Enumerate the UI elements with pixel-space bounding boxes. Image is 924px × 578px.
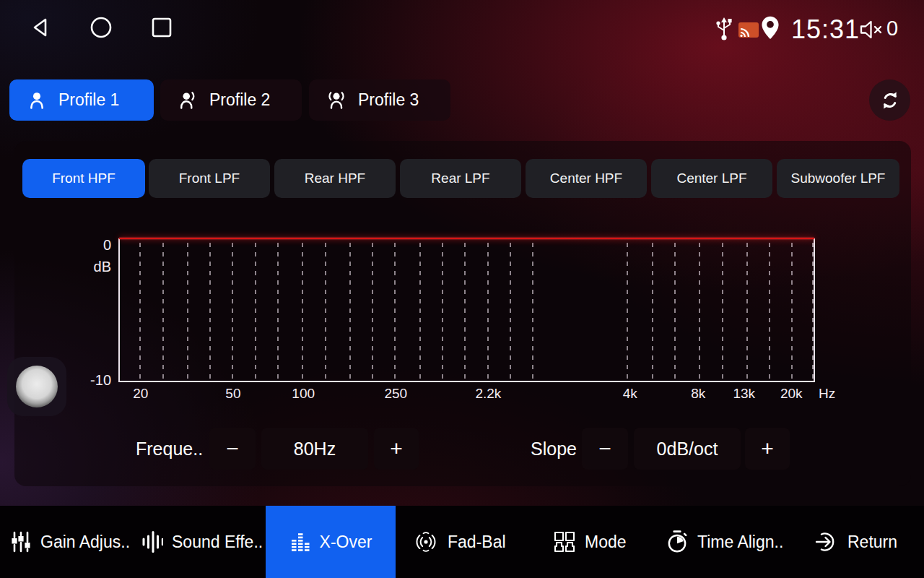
- profile-1-button[interactable]: Profile 1: [9, 79, 154, 121]
- chart-gridline: [532, 243, 533, 380]
- nav-sound-effects[interactable]: Sound Effe..: [141, 506, 263, 578]
- profile-3-button[interactable]: Profile 3: [309, 79, 450, 121]
- person-waves-icon: [326, 90, 346, 111]
- chart-gridline: [464, 243, 466, 380]
- gain-sliders-icon: [10, 530, 32, 553]
- chart-x-tick: 20: [133, 386, 148, 402]
- chart-x-tick: 50: [225, 386, 240, 402]
- tab-rear-lpf[interactable]: Rear LPF: [400, 159, 521, 198]
- frequency-plus-button[interactable]: +: [374, 428, 419, 470]
- chart-gridline: [209, 243, 211, 380]
- chart-gridline: [722, 243, 723, 380]
- chart-gridline: [487, 243, 489, 380]
- nav-return[interactable]: Return: [814, 506, 897, 578]
- minus-icon: −: [226, 436, 239, 461]
- bottom-nav-bar: Gain Adjus.. Sound Effe.. X-Over: [0, 506, 924, 578]
- plus-icon: +: [390, 436, 403, 461]
- chart-gridline: [394, 243, 396, 380]
- nav-label: Mode: [585, 532, 627, 552]
- equalizer-icon: [289, 531, 311, 553]
- minus-icon: −: [598, 436, 611, 461]
- tab-rear-hpf[interactable]: Rear HPF: [274, 159, 396, 198]
- chart-gridline: [255, 243, 256, 380]
- refresh-button[interactable]: [869, 79, 910, 121]
- chart-gridline: [349, 243, 351, 380]
- profile-2-button[interactable]: Profile 2: [160, 79, 302, 121]
- home-icon[interactable]: [88, 14, 114, 40]
- nav-fad-bal[interactable]: Fad-Bal: [413, 506, 506, 578]
- chart-gridline: [232, 243, 233, 380]
- chart-gridline: [277, 243, 279, 380]
- chart-x-tick: 8k: [691, 386, 705, 402]
- chart-gridline: [652, 243, 653, 380]
- nav-label: Return: [847, 532, 897, 552]
- chart-gridline: [699, 243, 700, 380]
- chart-gridline: [162, 243, 164, 380]
- slope-value: 0dB/oct: [634, 428, 741, 470]
- profile-2-label: Profile 2: [209, 90, 270, 110]
- chart-gridline: [302, 243, 303, 380]
- chart-gridline: [627, 243, 628, 380]
- chart-x-tick: 20k: [780, 386, 803, 402]
- plus-icon: +: [761, 436, 774, 461]
- usb-icon: [714, 16, 734, 42]
- tab-center-lpf[interactable]: Center LPF: [651, 159, 772, 198]
- chart-y-bottom-label: -10: [79, 372, 111, 389]
- tab-center-hpf[interactable]: Center HPF: [526, 159, 647, 198]
- chart-x-tick: 13k: [733, 386, 755, 402]
- chart-x-ticks: 20501002502.2k4k8k13k20k: [119, 386, 814, 403]
- tab-front-hpf[interactable]: Front HPF: [22, 159, 145, 198]
- mode-grid-icon: [553, 530, 576, 553]
- refresh-icon: [879, 90, 901, 111]
- chart-gridline: [139, 243, 141, 380]
- slope-label: Slope: [531, 439, 577, 460]
- chart-gridline: [325, 243, 326, 380]
- nav-gain-adjust[interactable]: Gain Adjus..: [10, 506, 130, 578]
- chart-right-border: [814, 238, 815, 381]
- frequency-minus-button[interactable]: −: [209, 428, 256, 470]
- sound-effects-icon: [141, 530, 163, 553]
- chart-gridline: [769, 243, 770, 380]
- nav-time-align[interactable]: Time Align..: [666, 506, 783, 578]
- chart-x-tick: 100: [292, 386, 315, 402]
- chart-x-tick: 250: [384, 386, 407, 402]
- nav-label: X-Over: [320, 532, 372, 552]
- chart-gridline: [674, 243, 676, 380]
- back-icon[interactable]: [27, 14, 53, 40]
- nav-label: Gain Adjus..: [40, 532, 130, 552]
- chart-x-unit: Hz: [819, 386, 835, 402]
- recents-icon[interactable]: [149, 14, 175, 40]
- volume-level: 0: [886, 17, 898, 40]
- stopwatch-icon: [666, 530, 689, 554]
- chart-gridline: [187, 243, 188, 380]
- frequency-value: 80Hz: [261, 428, 368, 470]
- profile-1-label: Profile 1: [58, 90, 119, 110]
- nav-label: Time Align..: [697, 532, 783, 552]
- chart-x-axis: [118, 381, 815, 382]
- tab-front-lpf[interactable]: Front LPF: [149, 159, 270, 198]
- profile-3-label: Profile 3: [358, 90, 419, 110]
- assistive-knob-button[interactable]: [7, 357, 66, 416]
- nav-label: Sound Effe..: [172, 532, 263, 552]
- volume-muted-icon: [858, 18, 884, 41]
- chart-gridline: [510, 243, 511, 380]
- slope-plus-button[interactable]: +: [745, 428, 790, 470]
- chart-gridlines: [119, 243, 814, 380]
- chart-gridline: [791, 243, 793, 380]
- chart-x-tick: 4k: [623, 386, 637, 402]
- slope-minus-button[interactable]: −: [582, 428, 628, 470]
- chart-x-tick: 2.2k: [475, 386, 501, 402]
- chart-response-curve: [119, 238, 814, 239]
- chart-gridline: [419, 243, 421, 380]
- person-wave-icon: [178, 90, 198, 111]
- chart-y-axis: [118, 238, 120, 381]
- person-icon: [27, 90, 47, 111]
- nav-mode[interactable]: Mode: [553, 506, 627, 578]
- chart-gridline: [746, 243, 748, 380]
- nav-x-over[interactable]: X-Over: [266, 506, 396, 578]
- fader-balance-icon: [413, 530, 439, 553]
- chart-gridline: [372, 243, 373, 380]
- frequency-label: Freque..: [136, 439, 203, 460]
- nav-label: Fad-Bal: [448, 532, 506, 552]
- tab-subwoofer-lpf[interactable]: Subwoofer LPF: [777, 159, 899, 198]
